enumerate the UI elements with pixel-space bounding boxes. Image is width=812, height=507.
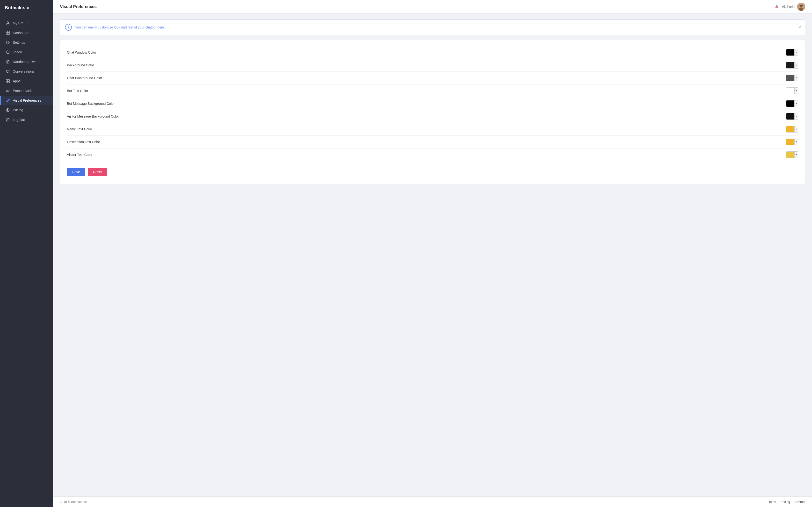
sidebar-item-pricing[interactable]: Pricing [0,105,53,115]
sidebar-item-visual-preferences[interactable]: Visual Preferences [0,96,53,105]
sidebar-icon-embed-code [6,89,10,93]
color-picker-chat-background-color[interactable]: ▼ [786,74,798,81]
color-dropdown-arrow-bot-text-color: ▼ [794,88,798,94]
color-swatch-chat-window-color [786,49,794,56]
svg-point-19 [799,7,803,11]
reset-button[interactable]: Reset [88,168,107,176]
color-dropdown-arrow-visitor-text-color: ▼ [794,152,798,158]
info-icon: ? [65,24,72,31]
sidebar-navigation: My Bot↗DashboardSettingsTeachRandom Answ… [0,16,53,507]
color-row-visitor-text-color: Visitor Text Color▼ [67,149,798,161]
color-dropdown-arrow-background-color: ▼ [794,62,798,68]
sidebar-label-settings: Settings [13,41,25,44]
color-label-visitor-message-background-color: Visitor Message Background Color [67,114,786,118]
color-picker-bot-text-color[interactable]: ▼ [786,88,798,94]
color-swatch-background-color [786,62,794,68]
user-greeting: Hi, Farid [782,5,795,9]
color-row-name-text-color: Name Text Color▼ [67,123,798,136]
footer: 2019 © Botmake.io HomePricingContact [53,496,812,507]
sidebar-label-log-out: Log Out [13,118,25,122]
color-swatch-visitor-text-color [786,152,794,158]
sidebar-label-conversations: Conversations [13,69,35,73]
footer-link-home[interactable]: Home [768,500,776,504]
color-label-chat-window-color: Chat Window Color [67,50,786,54]
color-label-visitor-text-color: Visitor Text Color [67,153,786,157]
color-dropdown-arrow-visitor-message-background-color: ▼ [794,113,798,119]
color-swatch-bot-message-background-color [786,101,794,107]
sidebar-item-settings[interactable]: Settings [0,38,53,47]
color-picker-visitor-message-background-color[interactable]: ▼ [786,113,798,120]
color-swatch-bot-text-color [786,88,794,94]
sidebar-logo: Botmake.io [0,0,53,16]
sidebar-item-apps[interactable]: Apps [0,76,53,86]
color-rows-container: Chat Window Color▼Background Color▼Chat … [67,46,798,161]
color-row-chat-window-color: Chat Window Color▼ [67,46,798,59]
sidebar: Botmake.io My Bot↗DashboardSettingsTeach… [0,0,53,507]
svg-rect-9 [6,81,7,83]
color-swatch-chat-background-color [786,75,794,81]
sidebar-icon-teach [6,50,10,54]
svg-rect-2 [8,31,9,33]
sidebar-item-teach[interactable]: Teach [0,47,53,57]
sidebar-icon-dashboard [6,31,10,35]
sidebar-icon-log-out [6,118,10,122]
color-picker-chat-window-color[interactable]: ▼ [786,49,798,56]
color-label-name-text-color: Name Text Color [67,127,786,131]
sidebar-item-my-bot[interactable]: My Bot↗ [0,18,53,28]
color-row-background-color: Background Color▼ [67,59,798,72]
sidebar-item-random-answers[interactable]: Random Answers [0,57,53,67]
sidebar-item-embed-code[interactable]: Embed Code [0,86,53,96]
color-row-visitor-message-background-color: Visitor Message Background Color▼ [67,110,798,123]
color-row-bot-message-background-color: Bot Message Background Color▼ [67,97,798,110]
info-banner: ? You can easily customize look and feel… [60,19,805,35]
color-swatch-name-text-color [786,126,794,132]
color-picker-visitor-text-color[interactable]: ▼ [786,151,798,158]
sidebar-label-apps: Apps [13,79,20,83]
sidebar-icon-visual-preferences [6,98,10,103]
svg-rect-7 [6,79,7,81]
color-dropdown-arrow-chat-window-color: ▼ [794,49,798,56]
banner-text: You can easily customize look and feel o… [75,25,165,29]
sidebar-label-pricing: Pricing [13,108,23,112]
color-dropdown-arrow-bot-message-background-color: ▼ [794,101,798,107]
page-title: Visual Preferences [60,4,97,9]
color-picker-bot-message-background-color[interactable]: ▼ [786,100,798,107]
color-dropdown-arrow-description-text-color: ▼ [794,139,798,145]
footer-link-contact[interactable]: Contact [794,500,805,504]
color-label-description-text-color: Description Text Color [67,140,786,144]
footer-copyright: 2019 © Botmake.io [60,500,87,504]
color-picker-name-text-color[interactable]: ▼ [786,126,798,132]
sidebar-icon-conversations [6,69,10,74]
content-area: ? You can easily customize look and feel… [53,13,812,496]
topbar: Visual Preferences Hi, Farid [53,0,812,13]
sidebar-item-dashboard[interactable]: Dashboard [0,28,53,38]
sidebar-item-conversations[interactable]: Conversations [0,67,53,76]
sidebar-icon-settings [6,40,10,45]
color-row-description-text-color: Description Text Color▼ [67,136,798,149]
sidebar-item-log-out[interactable]: Log Out [0,115,53,125]
settings-card: Chat Window Color▼Background Color▼Chat … [60,40,805,184]
color-dropdown-arrow-name-text-color: ▼ [794,126,798,132]
color-label-chat-background-color: Chat Background Color [67,76,786,80]
svg-point-5 [7,42,8,43]
user-area: Hi, Farid [774,3,805,11]
banner-close-button[interactable]: × [799,25,801,30]
color-picker-background-color[interactable]: ▼ [786,62,798,68]
svg-rect-8 [8,79,9,81]
color-label-bot-text-color: Bot Text Color [67,89,786,93]
svg-point-14 [776,5,777,6]
color-dropdown-arrow-chat-background-color: ▼ [794,75,798,81]
save-button[interactable]: Save [67,168,85,176]
color-picker-description-text-color[interactable]: ▼ [786,138,798,145]
sidebar-icon-random-answers [6,60,10,64]
footer-link-pricing[interactable]: Pricing [780,500,790,504]
main-content: Visual Preferences Hi, Farid ? You [53,0,812,507]
sidebar-icon-apps [6,79,10,83]
svg-point-15 [777,7,778,8]
external-link-icon: ↗ [27,22,29,24]
sidebar-icon-pricing [6,108,10,112]
color-swatch-description-text-color [786,139,794,145]
svg-rect-4 [8,33,9,35]
sidebar-label-visual-preferences: Visual Preferences [13,99,41,102]
svg-rect-1 [6,31,7,33]
